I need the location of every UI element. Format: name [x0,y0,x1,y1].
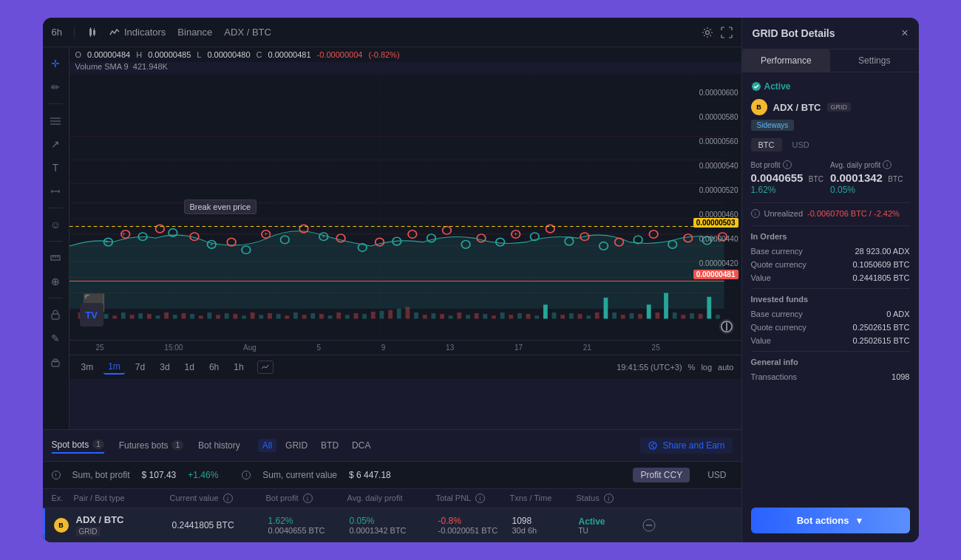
price-level-6: 0.00000460 [691,211,738,219]
th-pnl: Total PNL i [436,494,510,504]
fullscreen-btn[interactable] [721,27,733,38]
change-value: -0.00000004 [317,50,363,59]
th-pair: Pair / Bot type [74,494,170,504]
currency-toggle: BTC USD [751,138,910,151]
svg-rect-138 [612,313,617,318]
filter-grid[interactable]: GRID [281,439,312,452]
lock-tool-2[interactable] [45,352,66,372]
auto-opt[interactable]: auto [718,363,733,372]
edit-tool[interactable]: ✎ [45,328,66,349]
svg-rect-149 [707,297,711,319]
st-info[interactable]: i [604,494,614,503]
measure-tool[interactable] [45,181,66,202]
emoji-tool[interactable]: ☺ [45,214,66,235]
chart-body: ✛ ✏ ↗ T ☺ ⊕ [43,47,741,429]
th-value: Current value i [170,494,266,504]
candle-type-btn[interactable] [86,27,98,38]
usd-toggle-btn[interactable]: USD [785,138,817,151]
svg-rect-144 [664,293,668,318]
tf-3d[interactable]: 3d [155,361,174,374]
svg-rect-0 [89,29,92,35]
share-earn-btn[interactable]: Share and Earn [640,437,732,454]
bot-profit-pct: +1.46% [188,470,218,480]
status-active: Active [579,516,638,527]
filter-btd[interactable]: BTD [316,439,343,452]
lock-tool[interactable] [45,304,66,325]
tf-1m[interactable]: 1m [103,360,125,375]
svg-rect-116 [422,315,427,318]
profit-btc: 0.0040655 BTC [268,526,350,535]
tf-6h[interactable]: 6h [205,361,223,374]
svg-rect-109 [362,314,367,318]
ad-info-icon[interactable]: i [883,160,892,169]
spot-bots-tab[interactable]: Spot bots 1 [52,437,104,454]
action-cell[interactable] [638,519,660,532]
tf-1d[interactable]: 1d [180,361,199,374]
svg-rect-143 [655,313,659,318]
pair-label: ADX / BTC [224,27,271,38]
bot-actions-btn[interactable]: Bot actions ▼ [751,508,910,533]
chart-toolbar: 6h Indicators Binance [43,18,741,47]
chart-type-btn[interactable] [257,361,274,374]
stats-info-icon[interactable]: i [52,471,61,479]
performance-tab[interactable]: Performance [742,49,831,72]
arrow-tool[interactable]: ↗ [45,134,66,154]
profit-row: Bot profit i 0.0040655 BTC 1.62% Avg. da… [751,160,910,195]
tf-3m[interactable]: 3m [77,361,98,374]
chart-svg-wrapper[interactable]: + + + + + + [69,74,741,340]
svg-rect-140 [629,313,634,318]
pencil-tool[interactable]: ✏ [45,77,66,98]
futures-bots-tab[interactable]: Futures bots 1 [119,438,183,453]
filter-all[interactable]: All [258,439,276,452]
bot-table-row[interactable]: B ADX / BTC GRID 0.2441805 BTC 1.62% 0.0… [43,508,741,542]
unr-info-icon[interactable]: i [751,209,760,218]
avg-btc: 0.0001342 BTC [350,526,438,535]
txns-time: 30d 6h [512,526,579,535]
chart-canvas[interactable]: O 0.00000484 H 0.00000485 L 0.00000480 C… [69,47,741,429]
bot-history-tab[interactable]: Bot history [198,438,240,453]
log-opt[interactable]: log [701,363,712,372]
svg-rect-147 [690,313,694,318]
svg-rect-119 [448,315,452,318]
text-tool[interactable]: T [45,157,66,178]
time-label: Aug [243,344,257,352]
inv-quote-label: Quote currency [751,323,807,332]
tf-1h[interactable]: 1h [229,361,248,374]
svg-rect-100 [285,315,289,318]
divider-1 [751,202,910,203]
crosshair-tool[interactable]: ✛ [45,53,66,74]
ruler-tool[interactable] [45,247,66,268]
pnl-info[interactable]: i [475,494,485,503]
breakeven-tooltip: Break even price [184,199,257,214]
cv-info[interactable]: i [223,494,233,503]
inv-quote-value: 0.2502615 BTC [852,323,909,332]
transactions-row: Transactions 1098 [751,372,910,381]
filter-dca[interactable]: DCA [347,439,375,452]
th-status: Status i [577,494,636,504]
close-btn[interactable]: × [901,27,908,40]
zoom-tool[interactable]: ⊕ [45,271,66,292]
svg-rect-106 [336,313,341,318]
timeframe-selector[interactable]: 6h [52,27,62,38]
pct-opt[interactable]: % [688,363,696,372]
bp-info-icon[interactable]: i [783,160,792,169]
settings-btn[interactable] [702,27,713,38]
svg-rect-146 [681,315,685,318]
btc-btn[interactable]: BTC [751,138,782,151]
svg-rect-125 [500,313,504,318]
profit-ccy-btn[interactable]: Profit CCY [633,468,690,482]
tf-7d[interactable]: 7d [131,361,149,374]
inv-base-label: Base currency [751,310,803,318]
tool-divider-4 [48,298,63,298]
bp-info[interactable]: i [303,494,313,503]
indicators-btn[interactable]: Indicators [109,27,166,38]
binance-exchange-icon: B [54,518,69,533]
usd-btn[interactable]: USD [702,468,732,482]
settings-tab[interactable]: Settings [830,49,919,72]
svg-text:+: + [104,239,108,246]
open-label: O [75,50,82,59]
lines-tool[interactable] [45,110,66,131]
svg-text:+: + [513,231,517,239]
stats-info-icon-2[interactable]: i [242,471,251,479]
scroll-btn[interactable] [719,319,734,334]
